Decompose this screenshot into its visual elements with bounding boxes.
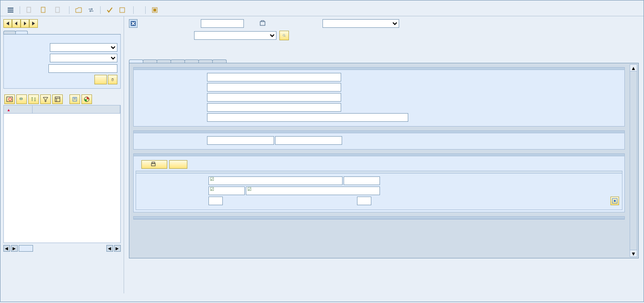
page-title [0, 0, 644, 4]
organization-button[interactable] [38, 6, 51, 14]
check-icon[interactable] [104, 6, 115, 14]
find-icon[interactable] [16, 94, 27, 104]
nav-prev-icon[interactable] [12, 19, 21, 28]
open-icon[interactable] [73, 6, 84, 14]
main-toolbar [0, 4, 644, 16]
by-select[interactable] [50, 54, 117, 62]
svg-rect-5 [56, 7, 59, 12]
svg-point-12 [20, 97, 23, 100]
person-button [24, 6, 36, 14]
svg-point-11 [9, 98, 12, 101]
svg-rect-1 [8, 10, 13, 11]
hscroll-right-icon[interactable]: ► [11, 245, 18, 252]
tab-address[interactable] [129, 59, 143, 63]
hscroll-end-left-icon[interactable]: ◄ [106, 245, 113, 252]
export-icon[interactable] [69, 94, 80, 104]
search-term-1-input[interactable] [207, 136, 274, 145]
svg-rect-0 [8, 8, 13, 9]
col-description[interactable] [33, 105, 120, 113]
menu-icon[interactable] [5, 6, 16, 14]
svg-rect-6 [120, 8, 125, 12]
tab-control[interactable] [171, 59, 185, 63]
group-pobox-title [134, 217, 624, 219]
find-select[interactable] [50, 43, 117, 52]
region-input[interactable] [357, 197, 371, 205]
sort-icon[interactable] [28, 94, 39, 104]
hscroll-track[interactable] [19, 245, 33, 252]
content-vscroll[interactable]: ▲ ▼ [630, 64, 637, 257]
internat-versions-button[interactable] [169, 160, 187, 169]
grouping-select[interactable] [322, 19, 399, 28]
svg-point-18 [283, 35, 285, 36]
role-detail-icon[interactable] [279, 31, 289, 40]
name-input-3[interactable] [207, 93, 341, 102]
relationships-button[interactable] [138, 9, 141, 11]
details-icon[interactable] [4, 94, 15, 104]
scroll-down-icon: ▼ [630, 250, 637, 256]
tab-payment[interactable] [184, 59, 199, 63]
name-input-1[interactable] [207, 73, 341, 82]
switch-icon[interactable] [86, 6, 96, 14]
salutation-input[interactable] [207, 113, 408, 122]
filter-icon[interactable] [40, 94, 51, 104]
svg-rect-13 [55, 97, 60, 102]
country-input[interactable] [208, 197, 223, 205]
city-input[interactable] [246, 186, 380, 195]
svg-rect-2 [8, 12, 13, 12]
scroll-up-icon: ▲ [630, 65, 637, 71]
role-select[interactable] [194, 31, 276, 40]
svg-rect-19 [151, 163, 155, 166]
worklist-icon[interactable] [259, 20, 266, 27]
group-button [53, 6, 65, 14]
general-data-button[interactable] [117, 6, 129, 14]
postal-code-input[interactable] [208, 186, 245, 195]
print-preview-button[interactable] [141, 160, 167, 169]
nav-next-icon[interactable] [21, 19, 29, 28]
search-term-2-input[interactable] [275, 136, 342, 145]
tab-find[interactable] [15, 31, 28, 34]
name-input-4[interactable] [207, 103, 341, 112]
bp-search-input[interactable] [48, 64, 117, 73]
street-input[interactable] [208, 176, 343, 185]
nav-last-icon[interactable] [29, 19, 38, 28]
tab-address-overview[interactable] [143, 59, 157, 63]
house-number-input[interactable] [344, 176, 380, 185]
layout-icon[interactable] [52, 94, 63, 104]
bp-number-input[interactable] [201, 19, 244, 28]
svg-rect-8 [153, 9, 156, 12]
svg-rect-3 [27, 7, 31, 12]
name-input-2[interactable] [207, 83, 341, 92]
col-partner[interactable]: ▲ [4, 105, 33, 113]
address-expand-icon[interactable] [610, 197, 619, 205]
tab-status[interactable] [198, 59, 213, 63]
hscroll-end-right-icon[interactable]: ► [114, 245, 121, 252]
start-button[interactable] [94, 75, 107, 84]
delete-icon[interactable] [108, 75, 117, 84]
svg-rect-17 [260, 22, 265, 25]
tab-worklist[interactable] [3, 31, 16, 34]
hscroll-left-icon[interactable]: ◄ [3, 245, 10, 252]
chart-icon[interactable] [81, 94, 92, 104]
tab-where-used[interactable] [212, 59, 227, 63]
result-body [3, 114, 121, 243]
svg-rect-4 [41, 7, 45, 12]
settings-icon[interactable] [150, 6, 160, 14]
bp-type-icon[interactable] [129, 19, 138, 28]
nav-first-icon[interactable] [3, 19, 12, 28]
tab-identification[interactable] [157, 59, 171, 63]
svg-rect-20 [152, 162, 155, 163]
svg-rect-9 [112, 79, 114, 81]
